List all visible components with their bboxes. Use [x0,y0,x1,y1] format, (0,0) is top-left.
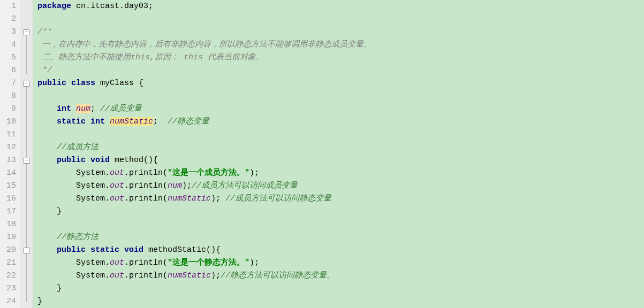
fold-gutter: − − − − [20,0,33,308]
code-line[interactable]: System.out.println("这是一个静态方法。"); [37,257,644,270]
keyword-class: class [71,79,95,88]
line-number: 15 [2,180,16,192]
line-number: 5 [2,51,16,64]
brace: } [37,297,42,306]
code-line[interactable]: int num; //成员变量 [37,103,644,116]
code-line[interactable]: */ [37,64,644,77]
keyword-public: public [37,79,66,88]
code-text: ); [249,258,259,267]
code-line[interactable]: } [37,295,644,308]
line-number: 24 [2,295,16,308]
code-line[interactable]: System.out.println(numStatic);//静态方法可以访问… [37,270,644,282]
fold-toggle-icon[interactable]: − [24,81,29,87]
line-comment: //静态变量 [168,117,209,126]
line-number: 23 [2,282,16,295]
code-line[interactable]: static int numStatic; //静态变量 [37,116,644,128]
line-number: 19 [2,231,16,244]
code-line[interactable]: public class myClass { [37,77,644,90]
code-line[interactable]: public void method(){ [37,154,644,167]
field-ref: out [110,258,124,267]
code-line[interactable]: System.out.println("这是一个成员方法。"); [37,167,644,180]
line-comment: //静态方法 [57,233,99,242]
line-comment: //成员方法 [57,143,99,152]
fold-guide [26,35,27,74]
string-literal: "这是一个静态方法。" [168,258,249,267]
line-number: 3 [2,26,16,38]
code-line[interactable]: public static void methodStatic(){ [37,244,644,257]
line-number: 10 [2,116,16,128]
line-number: 1 [2,0,16,13]
keyword-void: void [124,245,143,255]
code-text: .println( [124,194,168,203]
keyword-int: int [90,117,105,126]
package-name: cn.itcast.day03; [71,2,153,11]
line-comment: //成员方法可以访问成员变量 [192,181,298,190]
code-line[interactable]: System.out.println(num);//成员方法可以访问成员变量 [37,180,644,192]
code-text: ); [249,168,259,178]
code-text: .println( [124,271,168,280]
code-line[interactable] [37,90,644,103]
code-line[interactable]: package cn.itcast.day03; [37,0,644,13]
fold-toggle-icon[interactable]: − [24,158,29,164]
line-comment: //成员方法可以访问静态变量 [225,194,331,203]
code-text: System. [76,168,110,178]
line-number: 11 [2,128,16,141]
code-line[interactable]: 一，在内存中，先有静态内容，后有非静态内容，所以静态方法不能够调用非静态成员变量… [37,38,644,51]
code-text: System. [76,181,110,190]
code-text: .println( [124,258,168,267]
line-number: 8 [2,90,16,103]
code-text: System. [76,194,110,203]
keyword-static: static [57,117,86,126]
field-name: num [76,104,90,113]
line-number: 22 [2,270,16,282]
string-literal: "这是一个成员方法。" [168,168,249,178]
line-number: 14 [2,167,16,180]
code-line[interactable]: } [37,282,644,295]
code-line[interactable]: /** [37,26,644,38]
code-line[interactable] [37,128,644,141]
line-comment: //静态方法可以访问静态变量。 [221,271,335,280]
line-number: 21 [2,257,16,270]
code-line[interactable]: 二、静态方法中不能使用this,原因： this 代表当前对象。 [37,51,644,64]
line-number: 6 [2,64,16,77]
code-line[interactable]: //成员方法 [37,141,644,154]
field-ref: num [168,181,182,190]
line-number: 18 [2,218,16,231]
code-text: ); [211,194,225,203]
keyword-public: public [57,156,86,165]
fold-toggle-icon[interactable]: − [24,248,29,253]
code-line[interactable] [37,13,644,26]
brace: } [57,284,62,293]
code-text: System. [76,258,110,267]
doc-comment: */ [37,66,52,75]
code-line[interactable]: //静态方法 [37,231,644,244]
field-ref: out [110,168,124,178]
code-line[interactable]: System.out.println(numStatic); //成员方法可以访… [37,192,644,205]
keyword-int: int [57,104,71,113]
code-text: ); [211,271,221,280]
code-text: .println( [124,181,168,190]
doc-comment: /** [37,27,52,36]
line-number: 17 [2,205,16,218]
keyword-public: public [57,245,86,255]
line-number: 4 [2,38,16,51]
keyword-package: package [37,2,71,11]
code-editor[interactable]: package cn.itcast.day03; /** 一，在内存中，先有静态… [33,0,644,308]
code-line[interactable] [37,218,644,231]
code-line[interactable]: } [37,205,644,218]
line-number: 13 [2,154,16,167]
brace: } [57,207,62,216]
field-ref: numStatic [168,194,211,203]
line-number: 16 [2,192,16,205]
fold-toggle-icon[interactable]: − [24,29,29,35]
line-number: 12 [2,141,16,154]
line-number: 2 [2,13,16,26]
code-text: System. [76,271,110,280]
class-name: myClass [95,79,139,88]
doc-comment: 二、静态方法中不能使用this,原因： this 代表当前对象。 [37,53,264,62]
semicolon: ; [153,117,168,126]
method-signature: method(){ [110,156,158,165]
code-text: .println( [124,168,168,178]
line-number: 7 [2,77,16,90]
brace: { [139,79,143,88]
